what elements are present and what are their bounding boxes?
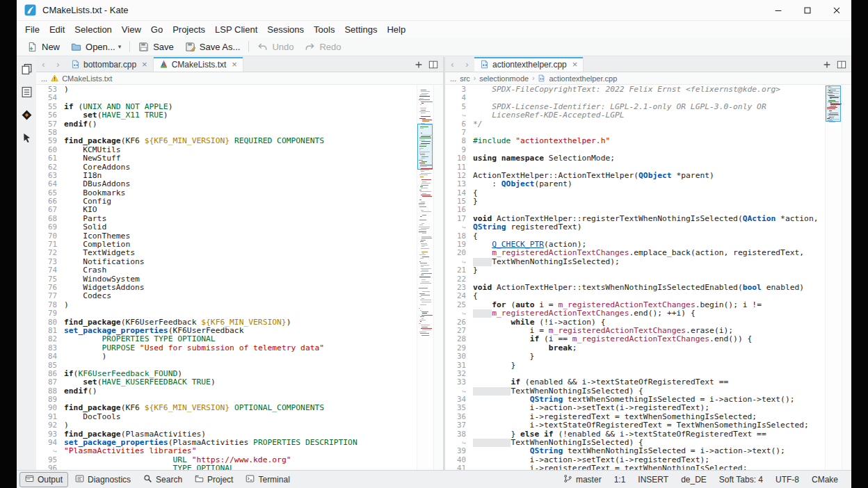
code-line[interactable]: 77 Codecs [36,292,417,300]
code-line[interactable]: 83 PURPOSE "Used for submission of telem… [36,344,417,352]
code-line[interactable]: 19 Q_CHECK_PTR(action); [445,241,825,249]
code-line[interactable]: 92) [36,421,417,430]
code-line[interactable]: 75 WindowSystem [36,275,417,284]
menu-sessions[interactable]: Sessions [262,23,309,36]
tabs-back-icon[interactable]: ‹ [445,57,460,72]
code-line[interactable]: 34 QString textWhenSomethingIsSelected =… [445,396,825,404]
code-line[interactable]: 85 [36,361,417,370]
code-line[interactable]: 13 : QObject(parent) [445,180,825,188]
new-button[interactable]: New [22,40,65,54]
statusbar-output-button[interactable]: Output [19,472,68,487]
breadcrumb-overflow[interactable]: ... [41,74,47,83]
scrollbar-track-left[interactable] [433,85,443,470]
split-view-icon[interactable] [837,60,846,70]
code-line[interactable]: 27 i = m_registeredActionTextChanges.era… [445,327,825,335]
minimize-button[interactable] [764,0,793,20]
code-line[interactable]: 57endif() [36,120,417,129]
code-line[interactable]: 23void ActionTextHelper::textsWhenNothin… [445,284,825,292]
close-button[interactable] [822,0,851,20]
code-line[interactable]: 20 m_registeredActionTextChanges.emplace… [445,249,825,257]
code-line[interactable]: 64 DBusAddons [36,180,417,188]
code-line[interactable]: 11 [445,163,825,172]
code-line[interactable]: 25 for (auto i = m_registeredActionTextC… [445,301,825,309]
code-line[interactable]: 32 [445,370,825,378]
code-line[interactable]: 63 I18n [36,172,417,180]
code-line[interactable]: 37 i->textStateOfRegisteredText = TextWh… [445,421,825,430]
code-line[interactable]: 40 i->action->setText(i->registeredText)… [445,456,825,464]
statusbar-project-button[interactable]: Project [189,472,239,487]
tab-close-icon[interactable]: × [142,60,147,69]
documents-icon[interactable] [19,62,33,76]
minimap-left[interactable] [417,85,433,470]
code-line[interactable]: 18{ [445,232,825,241]
menu-selection[interactable]: Selection [70,23,116,36]
menu-edit[interactable]: Edit [45,23,70,36]
breadcrumb-item[interactable]: CMakeLists.txt [62,74,112,83]
code-line[interactable]: 70 IconThemes [36,232,417,241]
code-line[interactable]: 81set_package_properties(KF6UserFeedback [36,327,417,335]
code-line[interactable]: 16 [445,206,825,214]
code-line[interactable]: 36 i->registeredText = textWhenSomething… [445,413,825,421]
code-line[interactable]: 76 WidgetsAddons [36,284,417,292]
code-line[interactable]: 61 NewStuff [36,154,417,163]
code-line[interactable]: ↪ TextWhenNothingIsSelected); [445,258,825,266]
code-line[interactable]: 29 break; [445,344,825,352]
code-line[interactable]: 33 if (enabled && i->textStateOfRegister… [445,378,825,387]
save-as-button[interactable]: Save As... [179,40,246,54]
code-line[interactable]: ↪"PlasmaActivities libraries" [36,447,417,455]
statusbar-search-button[interactable]: Search [138,472,188,487]
code-line[interactable]: 59find_package(KF6 ${KF6_MIN_VERSION} RE… [36,137,417,145]
breadcrumb-item[interactable]: actiontexthelper.cpp [549,74,617,83]
code-line[interactable]: ↪ TextWhenNothingIsSelected) { [445,439,825,447]
statusbar-1-1[interactable]: 1:1 [608,475,632,485]
code-line[interactable]: 26 while (!i->action) { [445,318,825,327]
tab-close-icon[interactable]: × [232,60,237,69]
git-diamond-icon[interactable] [19,108,33,122]
code-line[interactable]: 12ActionTextHelper::ActionTextHelper(QOb… [445,172,825,180]
code-line[interactable]: 4 [445,94,825,102]
new-tab-icon[interactable] [822,60,832,70]
code-line[interactable]: 82 PROPERTIES TYPE OPTIONAL [36,335,417,343]
code-line[interactable]: 69 Solid [36,223,417,231]
code-line[interactable]: 7 [445,129,825,137]
code-line[interactable]: 90find_package(KF6 ${KF6_MIN_VERSION} OP… [36,404,417,412]
code-line[interactable]: 21} [445,266,825,275]
undo-button[interactable]: Undo [252,40,299,54]
code-line[interactable]: ↪QString registeredText) [445,223,825,231]
code-line[interactable]: 60 KCMUtils [36,146,417,154]
statusbar-de-de[interactable]: de_DE [675,475,713,485]
code-line[interactable]: 93find_package(PlasmaActivities) [36,430,417,439]
code-line[interactable]: 28 if (i == m_registeredActionTextChange… [445,335,825,343]
tab-cmakelists-txt[interactable]: CMakeLists.txt× [154,57,243,72]
open-button[interactable]: Open... ▾ [65,40,127,54]
breadcrumb-item[interactable]: src [460,74,470,83]
code-line[interactable]: 6*/ [445,120,825,129]
breadcrumb-item[interactable]: selectionmode [479,74,529,83]
statusbar-diagnostics-button[interactable]: Diagnostics [70,472,136,487]
code-line[interactable]: 55if (UNIX AND NOT APPLE) [36,103,417,111]
code-line[interactable]: 71 Completion [36,241,417,249]
menu-settings[interactable]: Settings [339,23,382,36]
tabs-forward-icon[interactable]: › [460,57,474,72]
tabs-forward-icon[interactable]: › [51,57,65,72]
code-line[interactable]: 22 [445,275,825,284]
code-line[interactable]: 62 CoreAddons [36,163,417,172]
code-line[interactable]: 84 ) [36,352,417,361]
tab-bottombar-cpp[interactable]: bottombar.cpp× [65,57,154,72]
code-line[interactable]: 86if(KF6UserFeedback_FOUND) [36,370,417,378]
code-line[interactable]: 91 DocTools [36,413,417,421]
code-line[interactable]: 35 i->action->setText(i->registeredText)… [445,404,825,412]
statusbar-soft-tabs-4[interactable]: Soft Tabs: 4 [713,475,769,485]
statusbar-cmake[interactable]: CMake [805,475,844,485]
code-line[interactable]: 74 Crash [36,266,417,275]
code-line[interactable]: 14{ [445,189,825,197]
code-line[interactable]: 88endif() [36,387,417,396]
code-line[interactable]: 89 [36,396,417,404]
menu-view[interactable]: View [117,23,146,36]
code-line[interactable]: 54 [36,94,417,102]
code-line[interactable]: 41 i->registeredText = textWhenNothingIs… [445,464,825,470]
code-line[interactable]: 72 TextWidgets [36,249,417,257]
new-tab-icon[interactable] [414,60,424,70]
menu-help[interactable]: Help [382,23,410,36]
code-line[interactable]: ↪ TextWhenNothingIsSelected) { [445,387,825,396]
